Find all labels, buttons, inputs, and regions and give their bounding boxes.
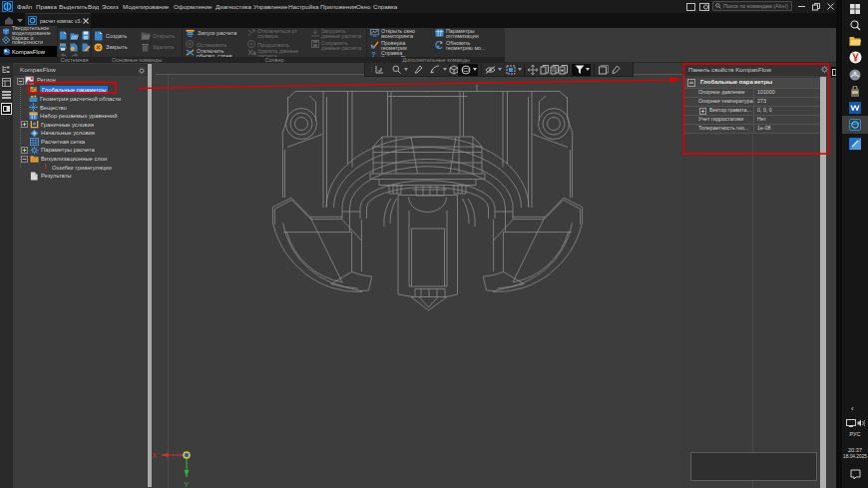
svg-text:Y: Y xyxy=(184,480,190,488)
svg-text:X: X xyxy=(152,451,158,460)
